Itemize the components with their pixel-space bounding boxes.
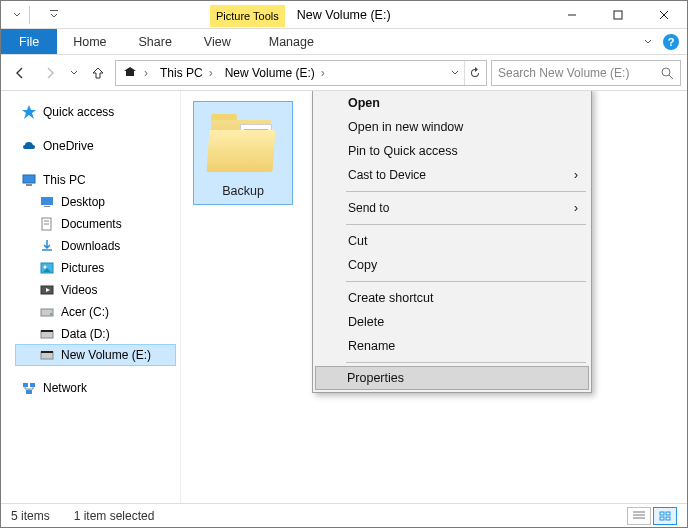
- sidebar-onedrive[interactable]: OneDrive: [1, 135, 180, 157]
- svg-rect-25: [41, 330, 53, 332]
- address-dropdown-icon[interactable]: [448, 61, 462, 85]
- qat-dropdown-icon[interactable]: [13, 11, 21, 19]
- svg-rect-35: [666, 512, 670, 515]
- search-icon: [660, 66, 674, 80]
- status-selected-count: 1 item selected: [74, 509, 155, 523]
- sidebar-drive-d[interactable]: Data (D:): [1, 323, 180, 345]
- ctx-rename[interactable]: Rename: [316, 334, 588, 358]
- folder-label: Backup: [222, 184, 264, 198]
- explorer-window: Picture Tools New Volume (E:) File Home …: [0, 0, 688, 528]
- ctx-open-new-window[interactable]: Open in new window: [316, 115, 588, 139]
- chevron-right-icon: ›: [574, 201, 578, 215]
- svg-rect-27: [41, 351, 53, 353]
- sidebar-quick-access[interactable]: Quick access: [1, 101, 180, 123]
- content-pane[interactable]: Backup Open Open in new window Pin to Qu…: [181, 91, 687, 503]
- sidebar-thispc[interactable]: This PC: [1, 169, 180, 191]
- svg-line-9: [669, 75, 673, 79]
- sidebar-downloads[interactable]: Downloads: [1, 235, 180, 257]
- sidebar-desktop[interactable]: Desktop: [1, 191, 180, 213]
- ctx-cast-to-device[interactable]: Cast to Device›: [316, 163, 588, 187]
- svg-marker-10: [22, 105, 36, 119]
- ctx-cut[interactable]: Cut: [316, 229, 588, 253]
- status-item-count: 5 items: [11, 509, 50, 523]
- chevron-right-icon: ›: [574, 168, 578, 182]
- close-button[interactable]: [641, 1, 687, 28]
- sidebar-network[interactable]: Network: [1, 377, 180, 399]
- svg-rect-5: [614, 11, 622, 19]
- folder-icon: [203, 108, 283, 178]
- details-view-button[interactable]: [627, 507, 651, 525]
- ctx-open[interactable]: Open: [316, 91, 588, 115]
- nav-bar: › This PC› New Volume (E:)› Search New V…: [1, 55, 687, 91]
- svg-point-23: [50, 313, 52, 315]
- search-input[interactable]: Search New Volume (E:): [491, 60, 681, 86]
- ctx-copy[interactable]: Copy: [316, 253, 588, 277]
- svg-rect-37: [666, 517, 670, 520]
- svg-rect-14: [44, 206, 50, 207]
- svg-rect-12: [26, 184, 32, 186]
- home-tab[interactable]: Home: [57, 29, 122, 54]
- context-menu: Open Open in new window Pin to Quick acc…: [312, 91, 592, 393]
- breadcrumb-root-icon[interactable]: ›: [118, 61, 154, 85]
- help-icon[interactable]: ?: [663, 34, 679, 50]
- recent-locations-icon[interactable]: [67, 60, 81, 86]
- picture-tools-tab[interactable]: Picture Tools: [210, 5, 285, 27]
- nav-pane: Quick access OneDrive This PC Desktop Do…: [1, 91, 181, 503]
- ctx-delete[interactable]: Delete: [316, 310, 588, 334]
- svg-rect-11: [23, 175, 35, 183]
- file-tab[interactable]: File: [1, 29, 57, 54]
- breadcrumb-thispc[interactable]: This PC›: [156, 61, 219, 85]
- qat-customize-icon[interactable]: [50, 9, 58, 21]
- ribbon-expand-icon[interactable]: [643, 35, 653, 49]
- thumbnails-view-button[interactable]: [653, 507, 677, 525]
- svg-rect-34: [660, 512, 664, 515]
- view-tab[interactable]: View: [188, 29, 247, 54]
- folder-backup[interactable]: Backup: [193, 101, 293, 205]
- status-bar: 5 items 1 item selected: [1, 503, 687, 527]
- search-placeholder: Search New Volume (E:): [498, 66, 660, 80]
- ctx-pin-quick-access[interactable]: Pin to Quick access: [316, 139, 588, 163]
- titlebar: Picture Tools New Volume (E:): [1, 1, 687, 29]
- up-button[interactable]: [85, 60, 111, 86]
- sidebar-pictures[interactable]: Pictures: [1, 257, 180, 279]
- sidebar-documents[interactable]: Documents: [1, 213, 180, 235]
- ctx-send-to[interactable]: Send to›: [316, 196, 588, 220]
- ctx-create-shortcut[interactable]: Create shortcut: [316, 286, 588, 310]
- svg-rect-3: [50, 10, 58, 11]
- manage-tab[interactable]: Manage: [253, 29, 330, 54]
- svg-rect-30: [26, 390, 32, 394]
- svg-rect-24: [41, 331, 53, 338]
- svg-rect-26: [41, 352, 53, 359]
- breadcrumb-newvolume[interactable]: New Volume (E:)›: [221, 61, 331, 85]
- maximize-button[interactable]: [595, 1, 641, 28]
- sidebar-drive-e[interactable]: New Volume (E:): [15, 344, 176, 366]
- svg-rect-36: [660, 517, 664, 520]
- ctx-properties[interactable]: Properties: [315, 366, 589, 390]
- share-tab[interactable]: Share: [123, 29, 188, 54]
- svg-point-8: [662, 68, 670, 76]
- refresh-button[interactable]: [464, 61, 484, 85]
- sidebar-videos[interactable]: Videos: [1, 279, 180, 301]
- forward-button[interactable]: [37, 60, 63, 86]
- minimize-button[interactable]: [549, 1, 595, 28]
- svg-rect-29: [30, 383, 35, 387]
- body: Quick access OneDrive This PC Desktop Do…: [1, 91, 687, 503]
- back-button[interactable]: [7, 60, 33, 86]
- window-title: New Volume (E:): [285, 1, 549, 28]
- svg-point-19: [44, 266, 47, 269]
- svg-rect-13: [41, 197, 53, 205]
- svg-rect-28: [23, 383, 28, 387]
- quick-access-toolbar: [1, 1, 64, 28]
- address-bar[interactable]: › This PC› New Volume (E:)›: [115, 60, 487, 86]
- ribbon-tabs: File Home Share View Manage ?: [1, 29, 687, 55]
- sidebar-drive-c[interactable]: Acer (C:): [1, 301, 180, 323]
